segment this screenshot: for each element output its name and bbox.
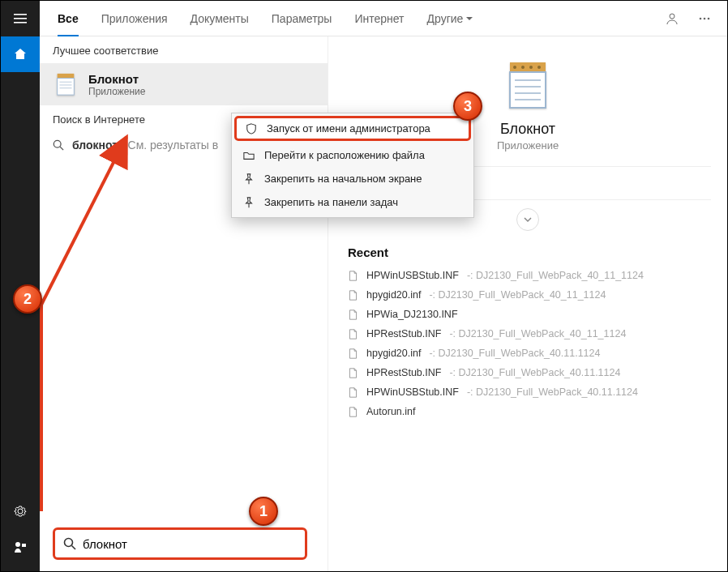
preview-subtitle: Приложение xyxy=(497,139,559,152)
file-icon xyxy=(348,290,358,301)
tab-documents[interactable]: Документы xyxy=(179,1,260,36)
svg-point-8 xyxy=(708,17,710,19)
annotation-arrow xyxy=(33,130,155,519)
svg-point-17 xyxy=(513,66,516,69)
ctx-label: Закрепить на панели задач xyxy=(264,196,398,208)
tab-more[interactable]: Другие xyxy=(416,1,485,36)
tab-apps[interactable]: Приложения xyxy=(90,1,179,36)
annotation-badge-2: 2 xyxy=(13,284,42,314)
file-icon xyxy=(348,329,358,339)
result-subtitle: Приложение xyxy=(88,86,145,97)
svg-rect-9 xyxy=(58,74,75,79)
ctx-label: Перейти к расположению файла xyxy=(264,149,425,161)
file-icon xyxy=(348,348,358,359)
svg-point-6 xyxy=(700,17,702,19)
annotation-badge-3: 3 xyxy=(453,92,482,121)
file-icon xyxy=(348,387,358,398)
account-icon[interactable] xyxy=(656,12,688,25)
svg-point-5 xyxy=(670,14,674,19)
ctx-open-location[interactable]: Перейти к расположению файла xyxy=(232,143,473,167)
recent-item[interactable]: hpygid20.inf -: DJ2130_Full_WebPack_40_1… xyxy=(348,285,708,305)
recent-item[interactable]: Autorun.inf xyxy=(348,402,708,421)
shield-icon xyxy=(246,123,257,134)
pin-icon xyxy=(243,197,255,208)
feedback-icon[interactable] xyxy=(1,529,40,565)
recent-list: HPWinUSBStub.INF -: DJ2130_Full_WebPack_… xyxy=(328,266,727,429)
search-bar[interactable] xyxy=(53,527,307,560)
svg-point-3 xyxy=(15,542,20,547)
folder-icon xyxy=(243,150,255,161)
recent-item[interactable]: HPWia_DJ2130.INF xyxy=(348,305,708,324)
context-menu: Запуск от имени администратора Перейти к… xyxy=(231,113,474,218)
recent-item[interactable]: hpygid20.inf -: DJ2130_Full_WebPack_40.1… xyxy=(348,344,708,363)
notepad-large-icon xyxy=(502,59,554,111)
file-icon xyxy=(348,407,358,417)
svg-rect-2 xyxy=(14,22,27,23)
result-notepad[interactable]: Блокнот Приложение xyxy=(40,63,328,105)
expand-button[interactable] xyxy=(516,208,539,231)
svg-point-19 xyxy=(529,66,533,69)
svg-line-30 xyxy=(41,137,126,305)
svg-point-20 xyxy=(537,66,541,69)
tab-all[interactable]: Все xyxy=(46,1,90,36)
svg-rect-1 xyxy=(14,18,27,19)
ctx-label: Запуск от имени администратора xyxy=(267,122,430,134)
chevron-down-icon xyxy=(523,215,533,224)
preview-title: Блокнот xyxy=(500,121,555,138)
svg-point-27 xyxy=(65,539,73,547)
file-icon xyxy=(348,309,358,320)
search-icon xyxy=(63,537,76,550)
svg-rect-21 xyxy=(510,72,546,108)
recent-header: Recent xyxy=(328,239,727,266)
recent-item[interactable]: HPWinUSBStub.INF -: DJ2130_Full_WebPack_… xyxy=(348,382,708,402)
more-icon[interactable] xyxy=(688,12,721,25)
svg-line-28 xyxy=(72,546,76,550)
ctx-pin-taskbar[interactable]: Закрепить на панели задач xyxy=(232,190,473,214)
recent-item[interactable]: HPRestStub.INF -: DJ2130_Full_WebPack_40… xyxy=(348,363,708,382)
svg-rect-4 xyxy=(22,544,26,547)
ctx-pin-start[interactable]: Закрепить на начальном экране xyxy=(232,167,473,190)
file-icon xyxy=(348,368,358,378)
tab-internet[interactable]: Интернет xyxy=(343,1,415,36)
svg-point-7 xyxy=(704,17,706,19)
ctx-run-as-admin[interactable]: Запуск от имени администратора xyxy=(234,116,471,141)
svg-rect-10 xyxy=(58,79,75,96)
recent-item[interactable]: HPRestStub.INF -: DJ2130_Full_WebPack_40… xyxy=(348,324,708,344)
search-input[interactable] xyxy=(83,537,297,551)
annotation-badge-1: 1 xyxy=(249,497,278,526)
search-tabs: Все Приложения Документы Параметры Интер… xyxy=(40,1,727,36)
ctx-label: Закрепить на начальном экране xyxy=(264,173,422,185)
notepad-icon xyxy=(53,71,79,97)
svg-point-18 xyxy=(521,66,525,69)
best-match-header: Лучшее соответствие xyxy=(40,36,328,63)
tab-settings[interactable]: Параметры xyxy=(260,1,344,36)
svg-rect-0 xyxy=(14,14,27,15)
home-icon[interactable] xyxy=(1,36,40,72)
result-title: Блокнот xyxy=(88,72,145,86)
pin-icon xyxy=(243,173,255,185)
hamburger-menu[interactable] xyxy=(1,1,40,36)
file-icon xyxy=(348,271,358,281)
recent-item[interactable]: HPWinUSBStub.INF -: DJ2130_Full_WebPack_… xyxy=(348,266,708,285)
